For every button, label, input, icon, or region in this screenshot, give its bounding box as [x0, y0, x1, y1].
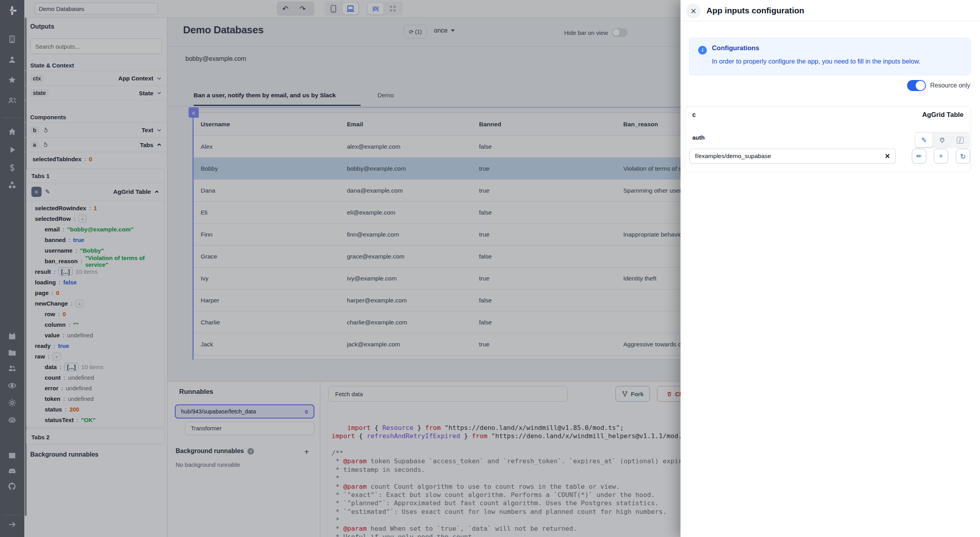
- cell-username: Ivy: [201, 275, 347, 282]
- cell-username: Harper: [201, 297, 347, 304]
- tab-demo[interactable]: Demo: [377, 92, 394, 99]
- edit-resource-button[interactable]: ✏: [912, 149, 926, 164]
- output-kv-row[interactable]: page: 0: [27, 288, 164, 298]
- favorites-star-icon[interactable]: [7, 75, 17, 85]
- ai-robot-icon[interactable]: [7, 415, 17, 425]
- edit-pencil-icon[interactable]: ✎: [45, 188, 50, 195]
- clear-x-icon[interactable]: ✕: [885, 152, 890, 160]
- close-icon[interactable]: ✕: [686, 4, 701, 18]
- chevron-up-icon[interactable]: [154, 189, 160, 195]
- chevron-up-icon[interactable]: [156, 142, 162, 147]
- output-row-ctx[interactable]: ctx App Context: [24, 71, 167, 86]
- output-kv-row[interactable]: count: undefined: [27, 372, 164, 383]
- component-row-a[interactable]: a Tabs: [24, 137, 167, 152]
- collapse-arrow-right-icon[interactable]: [7, 519, 17, 530]
- tabs2-section[interactable]: Tabs 2: [26, 429, 165, 444]
- runnable-item-transformer[interactable]: Transformer: [185, 422, 314, 435]
- refresh-resource-button[interactable]: ↻: [956, 149, 970, 164]
- refresh-button[interactable]: ⟳ (1): [404, 25, 427, 38]
- tabs1-title[interactable]: Tabs 1: [27, 169, 164, 183]
- connect-plug-icon[interactable]: [933, 132, 951, 148]
- tabs1-component-row[interactable]: c ✎ AgGrid Table: [27, 183, 164, 200]
- groups-admin-icon[interactable]: [7, 363, 17, 373]
- configurations-info-box: i Configurations In order to properly co…: [689, 38, 971, 75]
- runnable-name-input[interactable]: Fetch data: [328, 386, 568, 402]
- runs-play-icon[interactable]: [7, 145, 17, 155]
- audit-eye-icon[interactable]: [7, 380, 17, 391]
- redo-icon[interactable]: ↷: [294, 2, 311, 16]
- output-kv-row[interactable]: value: undefined: [27, 330, 164, 340]
- add-resource-button[interactable]: +: [934, 149, 948, 164]
- output-kv-row[interactable]: row: 0: [27, 309, 164, 319]
- resources-cubes-icon[interactable]: [7, 180, 17, 190]
- app-title-input[interactable]: [34, 3, 158, 15]
- center-align-icon[interactable]: |0|: [368, 3, 383, 15]
- output-kv-row[interactable]: loading: false: [27, 277, 164, 288]
- pointer-hand-icon: [43, 127, 49, 133]
- component-id-badge[interactable]: c: [31, 187, 42, 197]
- resource-only-label: Resource only: [930, 82, 970, 89]
- output-kv-row[interactable]: error: undefined: [27, 383, 164, 393]
- user-group-icon[interactable]: [7, 95, 17, 106]
- run-mode-dropdown[interactable]: once: [434, 27, 455, 34]
- add-background-runnable-button[interactable]: +: [299, 445, 314, 459]
- search-outputs-input[interactable]: [30, 38, 162, 54]
- resource-path-input[interactable]: f/examples/demo_supabase ✕: [690, 149, 896, 164]
- output-kv-row[interactable]: result: [...] 10 items: [27, 266, 164, 277]
- component-row-b[interactable]: b Text: [24, 122, 167, 137]
- hide-bar-toggle[interactable]: [612, 28, 628, 37]
- eval-function-icon[interactable]: f: [951, 132, 969, 148]
- output-kv-row[interactable]: selectedRowIndex: 1: [27, 203, 164, 213]
- col-email[interactable]: Email: [347, 121, 479, 128]
- output-kv-row[interactable]: token: undefined: [27, 393, 164, 404]
- tab-ban-user[interactable]: Ban a user, notify them by email, and us…: [194, 92, 336, 99]
- chevron-down-icon[interactable]: [156, 76, 162, 81]
- hide-bar-row: Hide bar on view: [564, 28, 628, 37]
- fullscreen-expand-icon[interactable]: [384, 2, 401, 16]
- code-token: *: [332, 457, 343, 465]
- selected-tab-index-row[interactable]: selectedTabIndex: 0: [24, 154, 167, 164]
- windmill-logo-icon[interactable]: [7, 5, 17, 16]
- github-icon[interactable]: [7, 481, 17, 491]
- output-kv-row[interactable]: status: 200: [27, 404, 164, 415]
- runnables-panel: Runnables hub/943/supabase/fetch_data c …: [167, 382, 320, 537]
- selected-component-tag[interactable]: c: [189, 107, 199, 118]
- schedules-calendar-icon[interactable]: [7, 331, 17, 341]
- undo-icon[interactable]: ↶: [277, 2, 294, 16]
- code-token: }: [460, 432, 472, 440]
- user-icon[interactable]: [7, 55, 17, 65]
- col-banned[interactable]: Banned: [479, 121, 623, 128]
- output-row-state[interactable]: state State: [24, 86, 167, 100]
- runnable-item-selected[interactable]: hub/943/supabase/fetch_data c: [175, 404, 314, 419]
- output-kv-row[interactable]: banned: true: [27, 235, 164, 245]
- home-icon[interactable]: [7, 127, 17, 137]
- text-component-email[interactable]: bobby@example.com: [185, 55, 246, 62]
- resource-only-toggle[interactable]: [907, 80, 926, 91]
- components-title: Components: [30, 114, 66, 120]
- workspace-building-icon[interactable]: [7, 34, 17, 44]
- fork-button[interactable]: Fork: [615, 386, 650, 402]
- output-kv-row[interactable]: statusText: "OK": [27, 415, 164, 425]
- output-kv-row[interactable]: column: "": [27, 319, 164, 330]
- chevron-down-icon[interactable]: [156, 90, 162, 96]
- chevron-down-icon[interactable]: [156, 127, 162, 133]
- output-kv-row[interactable]: raw: -: [27, 351, 164, 362]
- input-mode-segmented: ✎ f: [915, 132, 970, 148]
- output-kv-row[interactable]: ready: true: [27, 340, 164, 351]
- output-kv-row[interactable]: data: [...] 10 items: [27, 362, 164, 372]
- output-kv-row[interactable]: email: "bobby@example.com": [27, 224, 164, 235]
- settings-gear-icon[interactable]: [7, 398, 17, 408]
- static-mode-pencil-icon[interactable]: ✎: [915, 133, 933, 147]
- docs-book-icon[interactable]: [7, 451, 17, 461]
- output-kv-row[interactable]: selectedRow: -: [27, 213, 164, 224]
- mobile-view-icon[interactable]: [325, 2, 342, 16]
- variables-dollar-icon[interactable]: [7, 163, 17, 173]
- folders-icon[interactable]: [7, 347, 17, 357]
- output-kv-row[interactable]: newChange: -: [27, 298, 164, 309]
- col-username[interactable]: Username: [201, 121, 347, 128]
- code-token: *: [332, 516, 339, 524]
- output-kv-row[interactable]: ban_reason: "Violation of terms of servi…: [27, 256, 164, 266]
- cell-email: bobby@example.com: [347, 165, 479, 172]
- discord-icon[interactable]: [7, 466, 17, 476]
- desktop-view-icon[interactable]: [343, 3, 358, 15]
